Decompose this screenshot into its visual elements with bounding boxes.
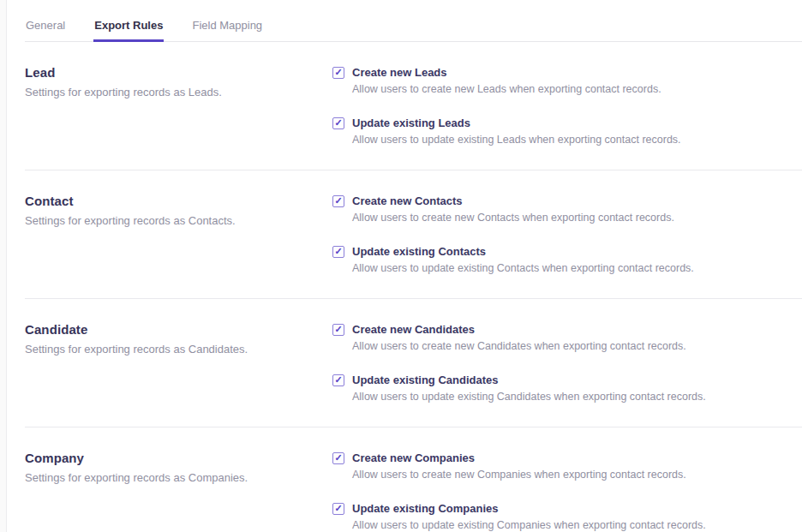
section-lead-info: Lead Settings for exporting records as L… [25, 65, 332, 146]
section-contact-options: ✓ Create new Contacts Allow users to cre… [332, 194, 802, 274]
option-description: Allow users to create new Leads when exp… [352, 83, 661, 95]
tab-bar: General Export Rules Field Mapping [25, 0, 802, 42]
update-existing-leads-checkbox[interactable]: ✓ [332, 117, 344, 129]
option-description: Allow users to update existing Companies… [352, 519, 706, 531]
section-lead: Lead Settings for exporting records as L… [25, 42, 802, 170]
check-icon: ✓ [334, 325, 342, 334]
option-create-new-contacts: ✓ Create new Contacts Allow users to cre… [332, 194, 802, 224]
update-existing-companies-checkbox[interactable]: ✓ [332, 503, 344, 515]
option-description: Allow users to update existing Candidate… [352, 391, 706, 403]
option-text: Update existing Companies Allow users to… [352, 502, 706, 531]
section-title: Contact [25, 194, 307, 208]
export-settings-page: General Export Rules Field Mapping Lead … [0, 0, 802, 532]
option-create-new-candidates: ✓ Create new Candidates Allow users to c… [332, 323, 802, 352]
update-existing-contacts-checkbox[interactable]: ✓ [332, 246, 344, 258]
option-description: Allow users to create new Companies when… [352, 469, 686, 481]
section-candidate-info: Candidate Settings for exporting records… [25, 322, 332, 403]
create-new-candidates-checkbox[interactable]: ✓ [332, 324, 344, 336]
create-new-contacts-checkbox[interactable]: ✓ [332, 195, 344, 207]
option-description: Allow users to update existing Contacts … [352, 262, 694, 274]
option-description: Allow users to update existing Leads whe… [352, 134, 681, 146]
section-lead-options: ✓ Create new Leads Allow users to create… [332, 65, 802, 146]
option-label[interactable]: Create new Candidates [352, 323, 686, 336]
section-company: Company Settings for exporting records a… [25, 427, 802, 532]
section-title: Company [25, 451, 307, 465]
settings-content: General Export Rules Field Mapping Lead … [7, 0, 802, 532]
create-new-companies-checkbox[interactable]: ✓ [332, 452, 344, 464]
option-update-existing-companies: ✓ Update existing Companies Allow users … [332, 502, 802, 531]
section-title: Lead [25, 65, 307, 80]
option-text: Update existing Contacts Allow users to … [352, 245, 694, 274]
section-company-options: ✓ Create new Companies Allow users to cr… [332, 451, 802, 531]
option-label[interactable]: Update existing Leads [352, 117, 681, 129]
option-create-new-leads: ✓ Create new Leads Allow users to create… [332, 66, 802, 95]
check-icon: ✓ [334, 504, 342, 513]
option-text: Create new Contacts Allow users to creat… [352, 194, 674, 224]
option-text: Create new Companies Allow users to crea… [352, 451, 686, 481]
check-icon: ✓ [334, 247, 342, 256]
option-update-existing-leads: ✓ Update existing Leads Allow users to u… [332, 117, 802, 146]
option-text: Create new Leads Allow users to create n… [352, 66, 661, 95]
check-icon: ✓ [334, 118, 342, 128]
section-contact-info: Contact Settings for exporting records a… [25, 194, 332, 274]
option-description: Allow users to create new Candidates whe… [352, 340, 686, 352]
section-candidate: Candidate Settings for exporting records… [25, 298, 802, 427]
tab-general[interactable]: General [25, 0, 66, 42]
option-text: Update existing Candidates Allow users t… [352, 374, 706, 403]
option-update-existing-candidates: ✓ Update existing Candidates Allow users… [332, 374, 802, 403]
section-subtitle: Settings for exporting records as Compan… [25, 471, 307, 484]
tab-field-mapping[interactable]: Field Mapping [191, 0, 263, 42]
section-contact: Contact Settings for exporting records a… [25, 170, 802, 298]
check-icon: ✓ [334, 453, 342, 463]
section-subtitle: Settings for exporting records as Contac… [25, 214, 307, 227]
section-candidate-options: ✓ Create new Candidates Allow users to c… [332, 322, 802, 403]
option-label[interactable]: Create new Leads [352, 66, 661, 79]
option-label[interactable]: Update existing Candidates [352, 374, 706, 386]
option-label[interactable]: Create new Contacts [352, 194, 674, 207]
check-icon: ✓ [334, 375, 342, 385]
section-company-info: Company Settings for exporting records a… [25, 451, 332, 531]
option-create-new-companies: ✓ Create new Companies Allow users to cr… [332, 451, 802, 481]
section-title: Candidate [25, 322, 307, 337]
check-icon: ✓ [334, 196, 342, 206]
option-label[interactable]: Update existing Contacts [352, 245, 694, 258]
left-rail [0, 0, 7, 532]
option-description: Allow users to create new Contacts when … [352, 212, 674, 224]
option-text: Update existing Leads Allow users to upd… [352, 117, 681, 146]
create-new-leads-checkbox[interactable]: ✓ [332, 67, 344, 79]
option-label[interactable]: Create new Companies [352, 451, 686, 464]
option-label[interactable]: Update existing Companies [352, 502, 706, 515]
tab-export-rules[interactable]: Export Rules [93, 0, 164, 42]
section-subtitle: Settings for exporting records as Candid… [25, 343, 307, 356]
option-update-existing-contacts: ✓ Update existing Contacts Allow users t… [332, 245, 802, 274]
update-existing-candidates-checkbox[interactable]: ✓ [332, 374, 344, 386]
check-icon: ✓ [334, 68, 342, 77]
section-subtitle: Settings for exporting records as Leads. [25, 86, 307, 99]
option-text: Create new Candidates Allow users to cre… [352, 323, 686, 352]
